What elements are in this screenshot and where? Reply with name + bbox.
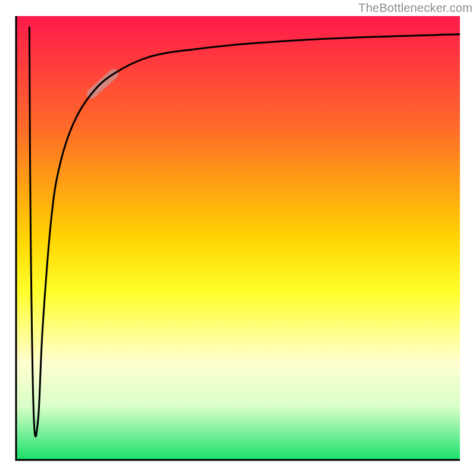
chart-stage: TheBottlenecker.com xyxy=(0,0,476,476)
attribution-text: TheBottlenecker.com xyxy=(358,1,472,15)
bottleneck-chart xyxy=(0,0,476,476)
plot-background xyxy=(16,16,460,460)
